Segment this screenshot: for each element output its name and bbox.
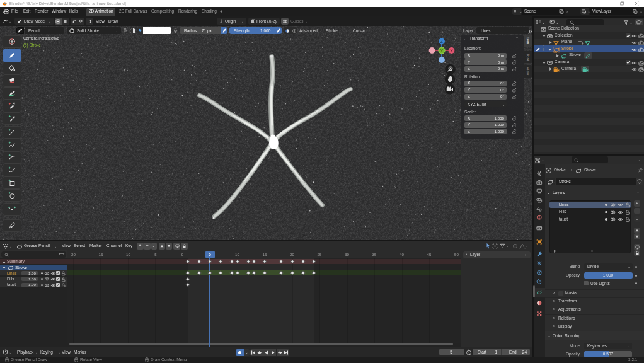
svg-text:X: X — [450, 49, 453, 53]
svg-text:Y: Y — [440, 49, 444, 53]
svg-text:Z: Z — [440, 39, 443, 43]
